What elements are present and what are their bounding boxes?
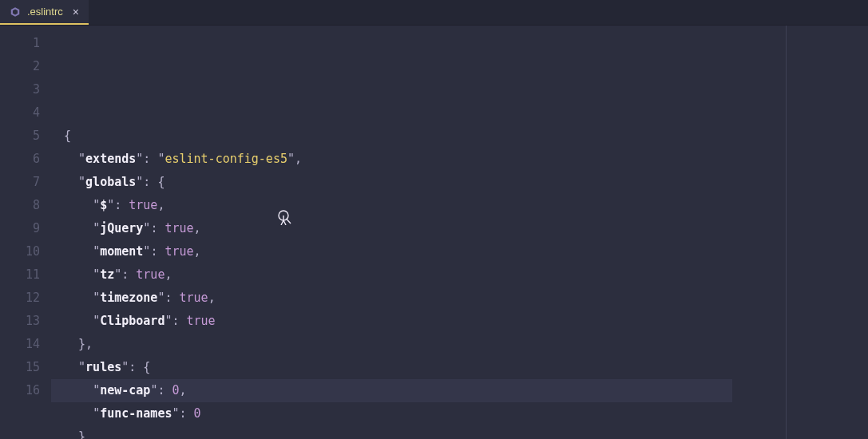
code-area[interactable]: { "extends": "eslint-config-es5", "globa… — [51, 26, 868, 439]
token-q: " — [93, 221, 100, 235]
token-punc: : { — [129, 360, 150, 374]
tab-eslintrc[interactable]: .eslintrc × — [0, 0, 89, 25]
token-q: " — [93, 267, 100, 282]
token-indent — [64, 291, 93, 305]
token-num: 0 — [172, 383, 179, 397]
token-q: " — [136, 152, 143, 166]
token-q: " — [287, 152, 295, 166]
line-number: 11 — [0, 263, 40, 287]
line-number: 6 — [0, 148, 40, 171]
line-number: 8 — [0, 194, 40, 217]
token-punc: , — [295, 152, 302, 166]
token-q: " — [78, 152, 85, 166]
token-indent — [64, 337, 78, 351]
token-punc: , — [164, 267, 172, 282]
token-punc: }, — [78, 337, 93, 351]
code-line[interactable]: "extends": "eslint-config-es5", — [64, 148, 868, 171]
token-q: " — [93, 291, 100, 305]
line-number: 4 — [0, 101, 40, 125]
token-q: " — [93, 244, 100, 259]
code-line[interactable]: } — [64, 425, 868, 439]
token-indent — [64, 152, 78, 166]
token-indent — [64, 221, 93, 235]
code-line[interactable]: "moment": true, — [64, 240, 868, 263]
token-num: 0 — [194, 406, 201, 421]
token-bool: true — [129, 198, 157, 212]
token-bool: true — [164, 221, 193, 235]
tab-bar: .eslintrc × — [0, 0, 868, 26]
token-q: " — [107, 198, 114, 212]
token-punc: , — [157, 198, 164, 212]
eslint-file-icon — [10, 6, 21, 18]
token-q: " — [114, 267, 121, 282]
token-q: " — [93, 198, 100, 212]
token-punc: : — [150, 221, 164, 235]
token-punc: { — [64, 129, 71, 143]
token-key: timezone — [100, 291, 157, 305]
line-number: 13 — [0, 310, 40, 333]
token-q: " — [78, 360, 85, 374]
line-number: 1 — [0, 32, 40, 55]
code-line[interactable]: "rules": { — [64, 356, 868, 379]
token-punc: : { — [143, 175, 164, 189]
line-number: 2 — [0, 55, 40, 78]
token-q: " — [121, 360, 129, 374]
token-key: extends — [85, 152, 136, 166]
close-icon[interactable]: × — [73, 6, 79, 18]
code-line[interactable]: "Clipboard": true — [64, 310, 868, 333]
code-line[interactable]: "new-cap": 0, — [64, 379, 868, 402]
code-line[interactable]: "tz": true, — [64, 263, 868, 287]
token-indent — [64, 267, 93, 282]
code-line[interactable]: "jQuery": true, — [64, 217, 868, 240]
token-key: jQuery — [100, 221, 143, 235]
token-bool: true — [164, 244, 193, 259]
token-punc: , — [194, 221, 201, 235]
line-number: 9 — [0, 217, 40, 240]
token-q: " — [78, 175, 85, 189]
code-line[interactable]: }, — [64, 333, 868, 356]
token-str: eslint-config-es5 — [164, 152, 287, 166]
token-q: " — [93, 314, 100, 328]
token-punc: : — [164, 291, 179, 305]
tab-filename: .eslintrc — [27, 6, 63, 18]
token-punc: , — [180, 383, 187, 397]
token-q: " — [93, 383, 100, 397]
token-key: moment — [100, 244, 143, 259]
editor[interactable]: 12345678910111213141516 { "extends": "es… — [0, 26, 868, 439]
line-number: 14 — [0, 333, 40, 356]
token-indent — [64, 244, 93, 259]
line-number: 3 — [0, 78, 40, 101]
token-bool: true — [180, 291, 208, 305]
line-number: 12 — [0, 287, 40, 310]
token-punc: , — [208, 291, 216, 305]
token-indent — [64, 175, 78, 189]
line-number: 15 — [0, 356, 40, 379]
token-key: func-names — [100, 406, 172, 421]
code-line[interactable]: { — [64, 125, 868, 148]
code-line[interactable]: "func-names": 0 — [64, 402, 868, 425]
token-punc: : — [114, 198, 129, 212]
code-line[interactable]: "globals": { — [64, 171, 868, 194]
token-punc: } — [78, 429, 85, 439]
token-indent — [64, 429, 78, 439]
token-key: rules — [85, 360, 121, 374]
token-key: tz — [100, 267, 114, 282]
token-key: globals — [85, 175, 136, 189]
token-q: " — [136, 175, 143, 189]
line-number: 16 — [0, 379, 40, 402]
code-line[interactable]: "timezone": true, — [64, 287, 868, 310]
gutter: 12345678910111213141516 — [0, 26, 51, 439]
token-key: $ — [100, 198, 107, 212]
token-punc: , — [194, 244, 201, 259]
token-bool: true — [187, 314, 216, 328]
token-indent — [64, 406, 93, 421]
line-number: 5 — [0, 125, 40, 148]
token-punc: : — [157, 383, 172, 397]
line-number: 10 — [0, 240, 40, 263]
code-line[interactable]: "$": true, — [64, 194, 868, 217]
token-indent — [64, 314, 93, 328]
token-indent — [64, 198, 93, 212]
token-punc: : — [150, 244, 164, 259]
token-indent — [64, 360, 78, 374]
token-q: " — [93, 406, 100, 421]
